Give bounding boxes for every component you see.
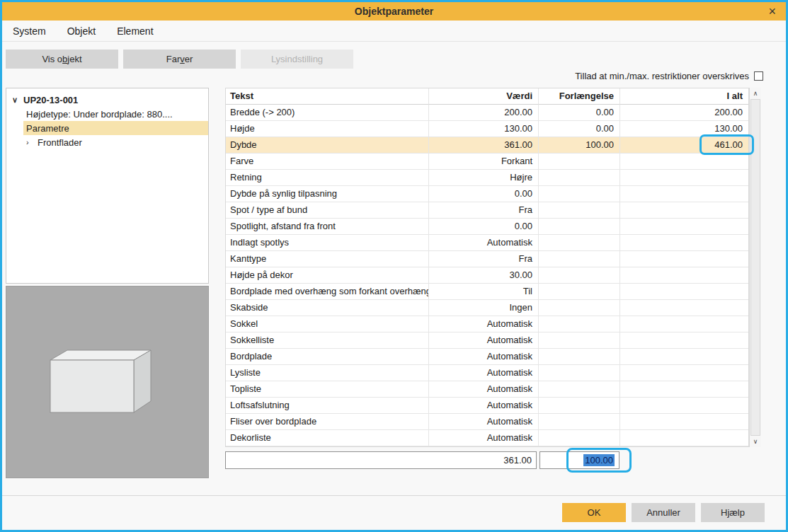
- cell-ialt[interactable]: [620, 300, 748, 316]
- cell-forlaengelse[interactable]: [539, 235, 620, 251]
- cell-vaerdi[interactable]: Fra: [429, 202, 539, 219]
- cell-ialt[interactable]: [620, 381, 748, 398]
- cell-ialt[interactable]: [620, 430, 748, 446]
- cell-vaerdi[interactable]: Automatisk: [429, 332, 539, 349]
- cell-ialt[interactable]: 130.00: [620, 121, 748, 137]
- cell-ialt[interactable]: [620, 316, 748, 332]
- cell-forlaengelse[interactable]: [539, 219, 620, 235]
- column-header-forlaengelse[interactable]: Forlængelse: [539, 88, 620, 105]
- annuller-button[interactable]: Annuller: [632, 503, 695, 522]
- table-row[interactable]: Sokkel Automatisk: [226, 316, 748, 332]
- cell-tekst[interactable]: Kanttype: [226, 251, 429, 267]
- cell-tekst[interactable]: Fliser over bordplade: [226, 414, 429, 430]
- value-edit-field[interactable]: [225, 451, 537, 469]
- cell-vaerdi[interactable]: Automatisk: [429, 316, 539, 332]
- table-row[interactable]: Kanttype Fra: [226, 251, 748, 267]
- cell-forlaengelse[interactable]: [539, 381, 620, 398]
- cell-forlaengelse[interactable]: [539, 300, 620, 316]
- ok-button[interactable]: OK: [562, 503, 626, 522]
- table-row[interactable]: Bredde (-> 200) 200.00 0.00 200.00: [226, 105, 748, 121]
- menu-system[interactable]: System: [2, 21, 57, 41]
- titlebar[interactable]: Objektparameter ×: [2, 2, 786, 21]
- chevron-right-icon[interactable]: ›: [26, 138, 38, 146]
- cell-tekst[interactable]: Loftsafslutning: [226, 398, 429, 414]
- cell-ialt[interactable]: [620, 170, 748, 186]
- cell-vaerdi[interactable]: Forkant: [429, 154, 539, 170]
- cell-forlaengelse[interactable]: [539, 154, 620, 170]
- cell-vaerdi[interactable]: Automatisk: [429, 381, 539, 398]
- cell-ialt[interactable]: [620, 365, 748, 381]
- cell-vaerdi[interactable]: 30.00: [429, 267, 539, 284]
- cell-ialt[interactable]: [620, 414, 748, 430]
- cell-tekst[interactable]: Spotlight, afstand fra front: [226, 219, 429, 235]
- cell-tekst[interactable]: Lysliste: [226, 365, 429, 381]
- cell-vaerdi[interactable]: Automatisk: [429, 235, 539, 251]
- cell-ialt[interactable]: [620, 332, 748, 349]
- cell-ialt[interactable]: 200.00: [620, 105, 748, 121]
- table-row[interactable]: Farve Forkant: [226, 154, 748, 170]
- cell-vaerdi[interactable]: Automatisk: [429, 430, 539, 446]
- cell-ialt[interactable]: 461.00: [620, 137, 748, 154]
- cell-ialt[interactable]: [620, 349, 748, 365]
- cell-vaerdi[interactable]: 200.00: [429, 105, 539, 121]
- cell-tekst[interactable]: Skabside: [226, 300, 429, 316]
- cell-vaerdi[interactable]: Automatisk: [429, 349, 539, 365]
- cell-ialt[interactable]: [620, 284, 748, 300]
- cell-tekst[interactable]: Indlagt spotlys: [226, 235, 429, 251]
- cell-vaerdi[interactable]: Ingen: [429, 300, 539, 316]
- cell-tekst[interactable]: Bordplade: [226, 349, 429, 365]
- menu-objekt[interactable]: Objekt: [57, 21, 106, 41]
- cell-vaerdi[interactable]: Fra: [429, 251, 539, 267]
- tree-item-root[interactable]: ∨ UP20-13-001: [6, 93, 208, 107]
- cell-tekst[interactable]: Farve: [226, 154, 429, 170]
- cell-tekst[interactable]: Spot / type af bund: [226, 202, 429, 219]
- close-icon[interactable]: ×: [768, 2, 776, 21]
- cell-ialt[interactable]: [620, 251, 748, 267]
- cell-forlaengelse[interactable]: [539, 430, 620, 446]
- cell-vaerdi[interactable]: Automatisk: [429, 414, 539, 430]
- table-row[interactable]: Topliste Automatisk: [226, 381, 748, 398]
- cell-tekst[interactable]: Sokkel: [226, 316, 429, 332]
- cell-vaerdi[interactable]: 130.00: [429, 121, 539, 137]
- cell-forlaengelse[interactable]: [539, 365, 620, 381]
- cell-ialt[interactable]: [620, 154, 748, 170]
- scrollbar-thumb[interactable]: [750, 99, 760, 436]
- table-row[interactable]: Loftsafslutning Automatisk: [226, 398, 748, 414]
- cell-ialt[interactable]: [620, 235, 748, 251]
- cell-forlaengelse[interactable]: [539, 414, 620, 430]
- table-row[interactable]: Fliser over bordplade Automatisk: [226, 414, 748, 430]
- object-preview-3d[interactable]: [6, 286, 209, 478]
- cell-vaerdi[interactable]: Automatisk: [429, 398, 539, 414]
- cell-tekst[interactable]: Højde på dekor: [226, 267, 429, 284]
- table-row[interactable]: Spot / type af bund Fra: [226, 202, 748, 219]
- table-scrollbar[interactable]: ∧ ∨: [749, 88, 761, 447]
- cell-ialt[interactable]: [620, 398, 748, 414]
- cell-ialt[interactable]: [620, 219, 748, 235]
- cell-forlaengelse[interactable]: 0.00: [539, 105, 620, 121]
- column-header-vaerdi[interactable]: Værdi: [429, 88, 539, 105]
- chevron-down-icon[interactable]: ∨: [12, 96, 23, 105]
- extension-edit-field[interactable]: 100.00: [539, 451, 619, 469]
- cell-tekst[interactable]: Sokkelliste: [226, 332, 429, 349]
- cell-vaerdi[interactable]: Til: [429, 284, 539, 300]
- table-row[interactable]: Bordplade med overhæng som forkant overh…: [226, 284, 748, 300]
- table-row[interactable]: Dybde på synlig tilpasning 0.00: [226, 186, 748, 202]
- cell-forlaengelse[interactable]: 100.00: [539, 137, 620, 154]
- table-row[interactable]: Bordplade Automatisk: [226, 349, 748, 365]
- table-row[interactable]: Spotlight, afstand fra front 0.00: [226, 219, 748, 235]
- cell-tekst[interactable]: Bredde (-> 200): [226, 105, 429, 121]
- cell-tekst[interactable]: Dekorliste: [226, 430, 429, 446]
- tree-item-frontflader[interactable]: › Frontflader: [23, 135, 208, 149]
- hjaelp-button[interactable]: Hjælp: [701, 503, 765, 522]
- lysindstilling-button[interactable]: Lysindstilling: [241, 50, 353, 69]
- cell-vaerdi[interactable]: 361.00: [429, 137, 539, 154]
- cell-tekst[interactable]: Retning: [226, 170, 429, 186]
- cell-ialt[interactable]: [620, 186, 748, 202]
- cell-tekst[interactable]: Bordplade med overhæng som forkant overh…: [226, 284, 429, 300]
- cell-forlaengelse[interactable]: 0.00: [539, 121, 620, 137]
- cell-forlaengelse[interactable]: [539, 349, 620, 365]
- cell-ialt[interactable]: [620, 202, 748, 219]
- cell-forlaengelse[interactable]: [539, 267, 620, 284]
- cell-ialt[interactable]: [620, 267, 748, 284]
- cell-forlaengelse[interactable]: [539, 186, 620, 202]
